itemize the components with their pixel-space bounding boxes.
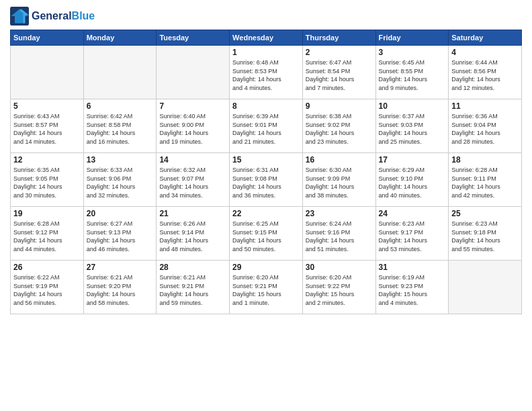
logo: GeneralBlue bbox=[10, 7, 95, 26]
logo-text: GeneralBlue bbox=[32, 10, 95, 22]
day-number: 25 bbox=[451, 209, 519, 218]
day-number: 23 bbox=[306, 209, 373, 218]
day-number: 14 bbox=[159, 155, 226, 165]
cell-info: Sunrise: 6:48 AM Sunset: 8:53 PM Dayligh… bbox=[232, 58, 300, 92]
cell-info: Sunrise: 6:32 AM Sunset: 9:07 PM Dayligh… bbox=[159, 166, 226, 199]
calendar-cell: 27Sunrise: 6:21 AM Sunset: 9:20 PM Dayli… bbox=[83, 261, 157, 314]
calendar-cell: 7Sunrise: 6:40 AM Sunset: 9:00 PM Daylig… bbox=[157, 99, 230, 153]
cell-info: Sunrise: 6:40 AM Sunset: 9:00 PM Dayligh… bbox=[159, 112, 226, 146]
day-number: 28 bbox=[159, 263, 226, 272]
calendar-cell: 1Sunrise: 6:48 AM Sunset: 8:53 PM Daylig… bbox=[230, 46, 303, 99]
calendar-cell: 23Sunrise: 6:24 AM Sunset: 9:16 PM Dayli… bbox=[302, 207, 375, 261]
calendar-cell bbox=[157, 46, 230, 99]
cell-info: Sunrise: 6:47 AM Sunset: 8:54 PM Dayligh… bbox=[306, 58, 373, 92]
cell-info: Sunrise: 6:23 AM Sunset: 9:17 PM Dayligh… bbox=[379, 220, 446, 253]
cell-info: Sunrise: 6:23 AM Sunset: 9:18 PM Dayligh… bbox=[451, 220, 519, 253]
calendar-cell: 13Sunrise: 6:33 AM Sunset: 9:06 PM Dayli… bbox=[83, 153, 157, 207]
calendar-cell: 29Sunrise: 6:20 AM Sunset: 9:21 PM Dayli… bbox=[230, 261, 303, 314]
calendar-table: SundayMondayTuesdayWednesdayThursdayFrid… bbox=[10, 30, 522, 314]
calendar-cell: 15Sunrise: 6:31 AM Sunset: 9:08 PM Dayli… bbox=[230, 153, 303, 207]
day-number: 6 bbox=[87, 101, 154, 111]
cell-info: Sunrise: 6:35 AM Sunset: 9:05 PM Dayligh… bbox=[13, 166, 81, 199]
calendar-container: GeneralBlue SundayMondayTuesdayWednesday… bbox=[0, 0, 532, 321]
calendar-cell bbox=[11, 46, 84, 99]
calendar-cell bbox=[83, 46, 157, 99]
header-cell-saturday: Saturday bbox=[449, 30, 522, 46]
day-number: 12 bbox=[13, 155, 81, 165]
cell-info: Sunrise: 6:28 AM Sunset: 9:12 PM Dayligh… bbox=[13, 220, 81, 253]
calendar-cell: 20Sunrise: 6:27 AM Sunset: 9:13 PM Dayli… bbox=[83, 207, 157, 261]
calendar-cell: 26Sunrise: 6:22 AM Sunset: 9:19 PM Dayli… bbox=[11, 261, 84, 314]
day-number: 7 bbox=[159, 101, 226, 111]
header-cell-thursday: Thursday bbox=[302, 30, 375, 46]
calendar-cell: 11Sunrise: 6:36 AM Sunset: 9:04 PM Dayli… bbox=[449, 99, 522, 153]
day-number: 10 bbox=[379, 101, 446, 111]
cell-info: Sunrise: 6:29 AM Sunset: 9:10 PM Dayligh… bbox=[379, 166, 446, 199]
day-number: 31 bbox=[379, 263, 446, 272]
cell-info: Sunrise: 6:39 AM Sunset: 9:01 PM Dayligh… bbox=[232, 112, 300, 146]
day-number: 2 bbox=[306, 48, 373, 57]
cell-info: Sunrise: 6:20 AM Sunset: 9:22 PM Dayligh… bbox=[306, 273, 373, 307]
week-row-5: 26Sunrise: 6:22 AM Sunset: 9:19 PM Dayli… bbox=[11, 261, 522, 314]
cell-info: Sunrise: 6:30 AM Sunset: 9:09 PM Dayligh… bbox=[306, 166, 373, 199]
header-cell-wednesday: Wednesday bbox=[230, 30, 303, 46]
calendar-cell: 19Sunrise: 6:28 AM Sunset: 9:12 PM Dayli… bbox=[11, 207, 84, 261]
cell-info: Sunrise: 6:44 AM Sunset: 8:56 PM Dayligh… bbox=[451, 58, 519, 92]
cell-info: Sunrise: 6:26 AM Sunset: 9:14 PM Dayligh… bbox=[159, 220, 226, 253]
day-number: 27 bbox=[87, 263, 154, 272]
calendar-cell: 3Sunrise: 6:45 AM Sunset: 8:55 PM Daylig… bbox=[375, 46, 449, 99]
day-number: 18 bbox=[451, 155, 519, 165]
day-number: 1 bbox=[232, 48, 300, 57]
day-number: 13 bbox=[87, 155, 154, 165]
day-number: 8 bbox=[232, 101, 300, 111]
calendar-cell: 18Sunrise: 6:28 AM Sunset: 9:11 PM Dayli… bbox=[449, 153, 522, 207]
cell-info: Sunrise: 6:33 AM Sunset: 9:06 PM Dayligh… bbox=[87, 166, 154, 199]
calendar-cell: 25Sunrise: 6:23 AM Sunset: 9:18 PM Dayli… bbox=[449, 207, 522, 261]
day-number: 5 bbox=[13, 101, 81, 111]
day-number: 15 bbox=[232, 155, 300, 165]
cell-info: Sunrise: 6:42 AM Sunset: 8:58 PM Dayligh… bbox=[87, 112, 154, 146]
cell-info: Sunrise: 6:21 AM Sunset: 9:20 PM Dayligh… bbox=[87, 273, 154, 307]
calendar-cell: 21Sunrise: 6:26 AM Sunset: 9:14 PM Dayli… bbox=[157, 207, 230, 261]
week-row-1: 1Sunrise: 6:48 AM Sunset: 8:53 PM Daylig… bbox=[11, 46, 522, 99]
day-number: 19 bbox=[13, 209, 81, 218]
calendar-cell: 31Sunrise: 6:19 AM Sunset: 9:23 PM Dayli… bbox=[375, 261, 449, 314]
calendar-header: GeneralBlue bbox=[10, 7, 522, 26]
calendar-cell: 9Sunrise: 6:38 AM Sunset: 9:02 PM Daylig… bbox=[302, 99, 375, 153]
day-number: 20 bbox=[87, 209, 154, 218]
header-cell-sunday: Sunday bbox=[11, 30, 84, 46]
day-number: 29 bbox=[232, 263, 300, 272]
cell-info: Sunrise: 6:37 AM Sunset: 9:03 PM Dayligh… bbox=[379, 112, 446, 146]
day-number: 26 bbox=[13, 263, 81, 272]
calendar-cell: 10Sunrise: 6:37 AM Sunset: 9:03 PM Dayli… bbox=[375, 99, 449, 153]
week-row-2: 5Sunrise: 6:43 AM Sunset: 8:57 PM Daylig… bbox=[11, 99, 522, 153]
cell-info: Sunrise: 6:24 AM Sunset: 9:16 PM Dayligh… bbox=[306, 220, 373, 253]
header-row: SundayMondayTuesdayWednesdayThursdayFrid… bbox=[11, 30, 522, 46]
week-row-3: 12Sunrise: 6:35 AM Sunset: 9:05 PM Dayli… bbox=[11, 153, 522, 207]
calendar-cell: 12Sunrise: 6:35 AM Sunset: 9:05 PM Dayli… bbox=[11, 153, 84, 207]
cell-info: Sunrise: 6:36 AM Sunset: 9:04 PM Dayligh… bbox=[451, 112, 519, 146]
day-number: 17 bbox=[379, 155, 446, 165]
cell-info: Sunrise: 6:19 AM Sunset: 9:23 PM Dayligh… bbox=[379, 273, 446, 307]
calendar-cell: 28Sunrise: 6:21 AM Sunset: 9:21 PM Dayli… bbox=[157, 261, 230, 314]
calendar-cell: 6Sunrise: 6:42 AM Sunset: 8:58 PM Daylig… bbox=[83, 99, 157, 153]
cell-info: Sunrise: 6:25 AM Sunset: 9:15 PM Dayligh… bbox=[232, 220, 300, 253]
day-number: 4 bbox=[451, 48, 519, 57]
day-number: 9 bbox=[306, 101, 373, 111]
cell-info: Sunrise: 6:22 AM Sunset: 9:19 PM Dayligh… bbox=[13, 273, 81, 307]
day-number: 22 bbox=[232, 209, 300, 218]
calendar-cell: 8Sunrise: 6:39 AM Sunset: 9:01 PM Daylig… bbox=[230, 99, 303, 153]
day-number: 30 bbox=[306, 263, 373, 272]
cell-info: Sunrise: 6:21 AM Sunset: 9:21 PM Dayligh… bbox=[159, 273, 226, 307]
calendar-cell: 5Sunrise: 6:43 AM Sunset: 8:57 PM Daylig… bbox=[11, 99, 84, 153]
day-number: 16 bbox=[306, 155, 373, 165]
header-cell-monday: Monday bbox=[83, 30, 157, 46]
cell-info: Sunrise: 6:31 AM Sunset: 9:08 PM Dayligh… bbox=[232, 166, 300, 199]
calendar-cell: 4Sunrise: 6:44 AM Sunset: 8:56 PM Daylig… bbox=[449, 46, 522, 99]
calendar-cell: 30Sunrise: 6:20 AM Sunset: 9:22 PM Dayli… bbox=[302, 261, 375, 314]
calendar-cell: 24Sunrise: 6:23 AM Sunset: 9:17 PM Dayli… bbox=[375, 207, 449, 261]
day-number: 21 bbox=[159, 209, 226, 218]
day-number: 11 bbox=[451, 101, 519, 111]
cell-info: Sunrise: 6:27 AM Sunset: 9:13 PM Dayligh… bbox=[87, 220, 154, 253]
cell-info: Sunrise: 6:38 AM Sunset: 9:02 PM Dayligh… bbox=[306, 112, 373, 146]
